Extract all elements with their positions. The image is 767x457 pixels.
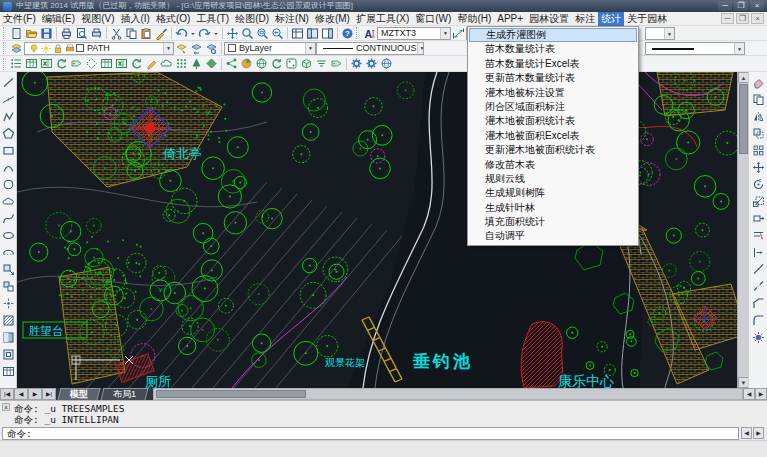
- menu-扩展工具(X)[interactable]: 扩展工具(X): [353, 12, 412, 26]
- drop-icon[interactable]: [212, 27, 220, 40]
- tag-icon[interactable]: [69, 57, 84, 70]
- menu-统计[interactable]: 统计: [598, 12, 624, 26]
- extra-combo[interactable]: ▼: [645, 27, 675, 40]
- pencil-icon[interactable]: [144, 57, 159, 70]
- props-icon[interactable]: [290, 27, 305, 40]
- scrollbar-thumb[interactable]: [739, 84, 748, 154]
- dropdown-item[interactable]: 规则云线: [469, 172, 637, 186]
- chevron-down-icon[interactable]: ▼: [664, 28, 674, 39]
- refresh-icon[interactable]: [54, 57, 69, 70]
- extend-icon[interactable]: [751, 244, 766, 261]
- dim-style-icon[interactable]: [451, 27, 466, 40]
- ellipse-icon[interactable]: [1, 227, 16, 244]
- child-minimize-icon[interactable]: ─: [721, 13, 734, 24]
- menu-格式(O)[interactable]: 格式(O): [153, 12, 193, 26]
- matrix-icon[interactable]: [174, 57, 189, 70]
- dropdown-item[interactable]: 填充面积统计: [469, 215, 637, 229]
- dropdown-item[interactable]: 苗木数量统计表: [469, 42, 637, 56]
- tab-nav-icon[interactable]: ▶: [28, 388, 42, 400]
- cube-icon[interactable]: [299, 57, 314, 70]
- fillet-icon[interactable]: [751, 312, 766, 329]
- explode-icon[interactable]: [751, 329, 766, 346]
- vertical-scrollbar[interactable]: ▲ ▼: [737, 72, 748, 388]
- rotate-icon[interactable]: [751, 176, 766, 193]
- zoom-icon[interactable]: [240, 27, 255, 40]
- toolbar-grip[interactable]: [3, 27, 6, 39]
- color-combo[interactable]: ByLayer ▼: [224, 42, 316, 55]
- linetype-combo[interactable]: CONTINUOUS ▼: [316, 42, 424, 55]
- save-icon[interactable]: [39, 27, 54, 40]
- toolbar-grip[interactable]: [3, 42, 6, 54]
- close-icon[interactable]: ×: [750, 1, 764, 11]
- tab-布局1[interactable]: 布局1: [101, 388, 149, 400]
- hatch-icon[interactable]: [1, 312, 16, 329]
- undo-icon[interactable]: [174, 27, 189, 40]
- toolbar-grip[interactable]: [356, 27, 359, 39]
- mtable-icon[interactable]: [1, 363, 16, 380]
- gearB-icon[interactable]: [364, 57, 379, 70]
- zoomwin-icon[interactable]: [255, 27, 270, 40]
- dropdown-item[interactable]: 生成规则树阵: [469, 186, 637, 200]
- erase-icon[interactable]: [751, 74, 766, 91]
- fill-icon[interactable]: [204, 57, 219, 70]
- spline-icon[interactable]: [1, 210, 16, 227]
- menu-窗口(W)[interactable]: 窗口(W): [412, 12, 454, 26]
- circle-icon[interactable]: [1, 176, 16, 193]
- arealbl-icon[interactable]: [84, 57, 99, 70]
- region-icon[interactable]: [1, 346, 16, 363]
- copy-icon[interactable]: [124, 27, 139, 40]
- layer-lock-icon[interactable]: [52, 42, 64, 55]
- menu-工具(T)[interactable]: 工具(T): [193, 12, 232, 26]
- dropdown-item[interactable]: 更新灌木地被面积统计表: [469, 143, 637, 157]
- dropdown-item[interactable]: 灌木地被面积Excel表: [469, 129, 637, 143]
- command-scrollbar[interactable]: ◀ ▶: [741, 427, 765, 440]
- layer-combo[interactable]: PATH ▼: [24, 42, 174, 55]
- layer-manager-icon[interactable]: [9, 42, 24, 55]
- child-restore-icon[interactable]: ❐: [736, 13, 749, 24]
- refresh-icon[interactable]: [269, 57, 284, 70]
- layer-on-icon[interactable]: [28, 42, 40, 55]
- zoomprev-icon[interactable]: [270, 27, 285, 40]
- dropdown-item[interactable]: 自动调平: [469, 229, 637, 243]
- globe-icon[interactable]: [254, 57, 269, 70]
- layer-states-icon[interactable]: [204, 42, 219, 55]
- copy-icon[interactable]: [751, 91, 766, 108]
- menu-APP+[interactable]: APP+: [494, 12, 526, 26]
- menu-帮助(H)[interactable]: 帮助(H): [454, 12, 494, 26]
- point-icon[interactable]: [1, 295, 16, 312]
- dropdown-item[interactable]: 灌木地被标注设置: [469, 86, 637, 100]
- layer-previous-icon[interactable]: [189, 42, 204, 55]
- command-input[interactable]: 命令:: [2, 427, 739, 440]
- help-icon[interactable]: ?: [340, 27, 355, 40]
- preview-icon[interactable]: [74, 27, 89, 40]
- breakpt-icon[interactable]: [751, 261, 766, 278]
- scroll-left-icon[interactable]: ◀: [741, 427, 752, 439]
- excel-icon[interactable]: [114, 57, 129, 70]
- palette-icon[interactable]: [320, 27, 335, 40]
- mkblock-icon[interactable]: [1, 278, 16, 295]
- tab-nav-icon[interactable]: |◀: [0, 388, 14, 400]
- scroll-right-icon[interactable]: ▶: [753, 427, 764, 439]
- menu-文件(F)[interactable]: 文件(F): [0, 12, 39, 26]
- rect-icon[interactable]: [1, 142, 16, 159]
- move-icon[interactable]: [751, 159, 766, 176]
- lineweight-combo[interactable]: ▼: [645, 42, 745, 55]
- trim-icon[interactable]: [751, 227, 766, 244]
- gradient-icon[interactable]: [1, 329, 16, 346]
- insblock-icon[interactable]: [1, 261, 16, 278]
- array-icon[interactable]: [751, 142, 766, 159]
- refresh-icon[interactable]: [129, 57, 144, 70]
- child-close-icon[interactable]: ×: [751, 13, 764, 24]
- chevron-down-icon[interactable]: ▼: [305, 43, 315, 54]
- brk-icon[interactable]: [751, 278, 766, 295]
- tab-nav-icon[interactable]: ◀: [14, 388, 28, 400]
- pie-icon[interactable]: [239, 57, 254, 70]
- legend-icon[interactable]: [9, 57, 24, 70]
- chevron-down-icon[interactable]: ▼: [734, 43, 744, 54]
- scrollbar-thumb[interactable]: [156, 390, 306, 398]
- dropdown-item[interactable]: 苗木数量统计Excel表: [469, 57, 637, 71]
- menu-绘图(D)[interactable]: 绘图(D): [232, 12, 272, 26]
- tag-icon[interactable]: [329, 57, 344, 70]
- mirror-icon[interactable]: [751, 108, 766, 125]
- menu-修改(M)[interactable]: 修改(M): [312, 12, 353, 26]
